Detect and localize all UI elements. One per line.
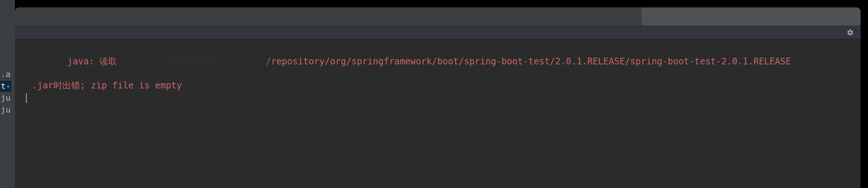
sidebar-item-2[interactable]: ju xyxy=(0,93,11,104)
gutter xyxy=(15,39,22,188)
main-area: java: 读取/repository/org/springframework/… xyxy=(15,39,861,188)
error-line-1: java: 读取/repository/org/springframework/… xyxy=(24,44,855,80)
gear-icon[interactable] xyxy=(846,29,854,36)
active-tab[interactable] xyxy=(642,7,861,26)
error-prefix: java: 读取 xyxy=(68,56,118,67)
toolbar xyxy=(15,26,861,39)
console-output[interactable]: java: 读取/repository/org/springframework/… xyxy=(22,39,861,188)
sidebar-items: .a t- ju ju xyxy=(0,69,11,115)
error-line-2: .jar时出错; zip file is empty xyxy=(24,80,855,91)
tab-area[interactable] xyxy=(15,7,861,26)
sidebar-item-0[interactable]: .a xyxy=(0,69,11,80)
error-path: /repository/org/springframework/boot/spr… xyxy=(266,56,791,67)
sidebar-peek: .a t- ju ju xyxy=(0,0,15,188)
title-bar xyxy=(15,7,861,26)
cursor-line xyxy=(24,92,855,104)
sidebar-item-1[interactable]: t- xyxy=(0,81,11,92)
sidebar-item-3[interactable]: ju xyxy=(0,104,11,115)
redacted-path xyxy=(117,57,266,67)
text-cursor xyxy=(26,93,27,103)
ide-window: java: 读取/repository/org/springframework/… xyxy=(15,7,861,188)
